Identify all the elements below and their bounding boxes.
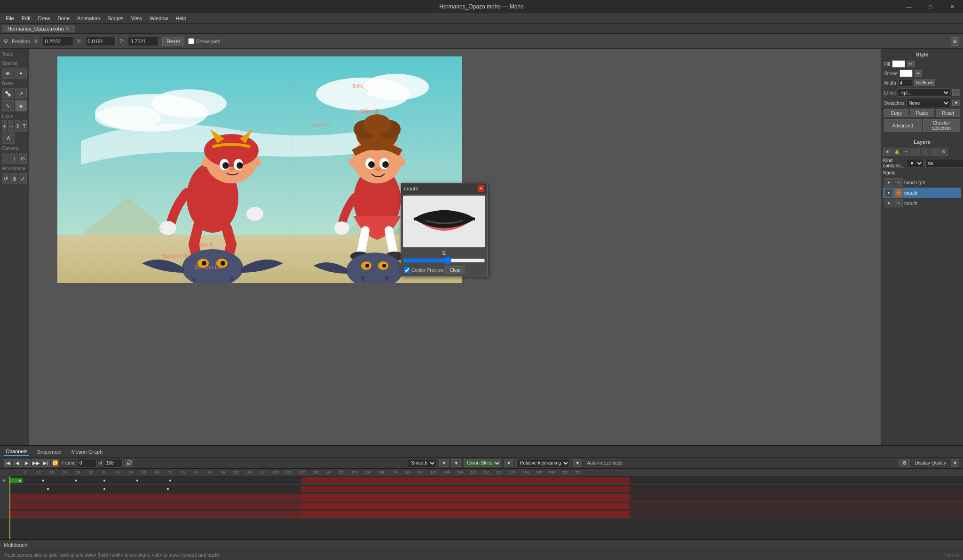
keyframe-7[interactable] (47, 488, 49, 490)
tab-motion-graph[interactable]: Motion Graph (70, 448, 105, 456)
layer-expand-icon-1[interactable]: ▶ (884, 178, 893, 187)
timeline-settings-btn[interactable]: ⚙ (899, 459, 910, 467)
clear-button[interactable]: Clear (445, 266, 465, 274)
y-input[interactable] (85, 37, 116, 46)
effect-select[interactable]: <pl... (898, 88, 950, 97)
tool-bone-2[interactable]: ↗ (15, 88, 27, 99)
tool-bone-4[interactable]: ◈ (15, 100, 27, 111)
tool-special-2[interactable]: ✦ (15, 68, 27, 79)
layer-item-hand-right[interactable]: ▶ ⊙ hand right (883, 177, 961, 188)
onion-skins-select[interactable]: Onion Skins (464, 459, 501, 467)
layer-eye-icon[interactable]: 👁 (883, 148, 892, 156)
menu-window[interactable]: Window (146, 15, 172, 22)
layer-add-icon[interactable]: + (902, 148, 910, 156)
show-path-label[interactable]: Show path (188, 38, 221, 44)
menu-animation[interactable]: Animation (73, 15, 104, 22)
minimize-button[interactable]: — (898, 0, 920, 13)
frame-settings-btn[interactable]: 🔊 (125, 459, 133, 467)
z-input[interactable] (128, 37, 158, 46)
effect-extra-btn[interactable]: … (952, 89, 960, 96)
menu-edit[interactable]: Edit (18, 15, 34, 22)
x-input[interactable] (43, 37, 73, 46)
track-content-5[interactable] (9, 510, 963, 518)
width-input[interactable] (898, 79, 912, 87)
advanced-button[interactable]: Advanced (884, 119, 922, 132)
layer-expand-icon-3[interactable]: ▶ (884, 199, 893, 207)
display-quality-btn[interactable]: ▼ (951, 459, 959, 467)
tab-close-icon[interactable]: ✕ (66, 26, 70, 31)
keyframe-1[interactable] (19, 480, 21, 481)
filter-kind-select[interactable]: ▼ (907, 159, 924, 167)
smooth-extra-btn[interactable]: ▼ (451, 459, 461, 467)
maximize-button[interactable]: □ (920, 0, 941, 13)
keyframe-2[interactable] (42, 480, 44, 481)
paste-button[interactable]: Paste (910, 109, 934, 117)
play-next-btn[interactable]: ▶▶ (32, 459, 40, 467)
popup-title-bar[interactable]: mouth ✕ (401, 183, 487, 194)
keyframe-8[interactable] (103, 488, 105, 490)
layer-item-mouth-2[interactable]: ▶ ⊙ mouth (883, 198, 961, 208)
fill-brush-btn[interactable]: ✏ (907, 61, 915, 67)
tool-workspace-1[interactable]: ↺ (2, 173, 9, 184)
tool-camera-2[interactable]: ↕ (10, 153, 18, 164)
checker-selection-button[interactable]: Checker selection (923, 119, 961, 132)
tool-layer-5[interactable]: A (2, 133, 15, 144)
canvas-wrapper[interactable]: Blink Eyes UD Eyes LR Bat LR Bat Eyes UD… (29, 49, 881, 445)
tool-bone-1[interactable]: 🦴 (2, 88, 14, 99)
tool-special-1[interactable]: ⊕ (2, 68, 14, 79)
track-content-1[interactable] (9, 476, 963, 484)
popup-slider-input[interactable] (403, 259, 485, 262)
smooth-options-btn[interactable]: ▼ (439, 459, 449, 467)
tab-sequencer[interactable]: Sequencer (35, 448, 63, 456)
onion-skins-options-btn[interactable]: ▼ (504, 459, 513, 467)
center-preview-checkbox[interactable]: Center Preview (404, 267, 443, 273)
stroke-color-swatch[interactable] (900, 70, 913, 77)
show-path-checkbox[interactable] (188, 38, 194, 44)
menu-help[interactable]: Help (172, 15, 190, 22)
menu-scripts[interactable]: Scripts (104, 15, 127, 22)
menu-draw[interactable]: Draw (34, 15, 54, 22)
keyframe-9[interactable] (167, 488, 169, 490)
play-start-btn[interactable]: |◀ (4, 459, 12, 467)
tool-workspace-3[interactable]: ⤢ (19, 173, 27, 184)
menu-file[interactable]: File (2, 15, 18, 22)
tool-layer-2[interactable]: ↔ (8, 120, 14, 132)
tab-channels[interactable]: Channels (4, 448, 29, 456)
popup-slider[interactable] (403, 259, 485, 262)
layer-settings-icon[interactable]: ⚙ (939, 148, 948, 156)
tool-layer-1[interactable]: + (2, 120, 7, 132)
no-brush-button[interactable]: No Brush (914, 79, 936, 86)
total-frames-input[interactable] (104, 459, 123, 467)
layer-move-up-icon[interactable]: ↑ (921, 148, 929, 156)
layer-lock-icon[interactable]: 🔒 (892, 148, 901, 156)
keyframe-4[interactable] (103, 480, 105, 481)
reset-style-button[interactable]: Reset (936, 109, 960, 117)
tool-workspace-2[interactable]: ⊕ (10, 173, 18, 184)
menu-bone[interactable]: Bone (54, 15, 73, 22)
track-content-3[interactable] (9, 493, 963, 501)
close-button[interactable]: ✕ (941, 0, 963, 13)
play-end-btn[interactable]: ▶| (41, 459, 50, 467)
filter-kind-input[interactable] (925, 159, 963, 167)
timeline-tracks[interactable]: ▶ (0, 476, 963, 539)
layer-move-down-icon[interactable]: ↓ (930, 148, 939, 156)
copy-button[interactable]: Copy (884, 109, 908, 117)
fill-color-swatch[interactable] (892, 60, 905, 68)
keyframe-3[interactable] (75, 480, 77, 481)
reset-button[interactable]: Reset (162, 37, 184, 46)
tool-layer-3[interactable]: ⇕ (15, 120, 20, 132)
loop-btn[interactable]: 🔁 (51, 459, 59, 467)
layer-delete-icon[interactable]: - (911, 148, 920, 156)
stroke-brush-btn[interactable]: ✏ (915, 70, 922, 77)
relative-keyframing-options-btn[interactable]: ▼ (573, 459, 582, 467)
menu-view[interactable]: View (127, 15, 146, 22)
tool-bone-3[interactable]: ⤡ (2, 100, 14, 111)
panel-toggle-icon[interactable]: ⊞ (951, 37, 959, 46)
tool-camera-1[interactable]: 🎥 (2, 153, 9, 164)
track-content-2[interactable] (9, 485, 963, 493)
popup-close-button[interactable]: ✕ (478, 185, 484, 192)
layer-expand-icon-2[interactable]: ▶ (884, 189, 893, 197)
track-content-4[interactable] (9, 502, 963, 510)
play-prev-btn[interactable]: ◀ (13, 459, 22, 467)
tool-layer-4[interactable]: T (22, 120, 27, 132)
